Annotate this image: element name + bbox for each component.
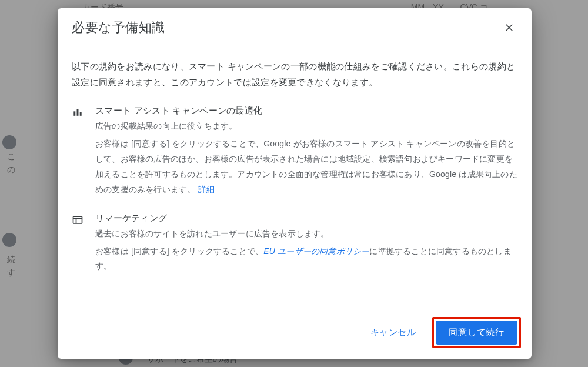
highlight-frame: 同意して続行 [432,317,521,348]
svg-rect-4 [80,112,82,116]
modal-header: 必要な予備知識 [58,8,532,45]
cancel-button[interactable]: キャンセル [362,321,425,344]
web-icon [72,213,85,275]
close-button[interactable] [501,19,517,36]
section-body: お客様は [同意する] をクリックすることで、EU ユーザーの同意ポリシーに準拠… [95,244,517,275]
modal-footer: キャンセル 同意して続行 [58,309,532,359]
section-body: お客様は [同意する] をクリックすることで、Google がお客様のスマート … [95,136,517,198]
learn-more-link[interactable]: 詳細 [198,185,215,194]
consent-modal: 必要な予備知識 以下の規約をお読みになり、スマート キャンペーンの一部の機能の仕… [58,8,532,359]
modal-title: 必要な予備知識 [72,19,165,36]
eu-policy-link[interactable]: EU ユーザーの同意ポリシー [263,246,369,256]
svg-rect-2 [74,111,75,116]
bg-text: 続す [7,253,15,279]
bg-text: この [7,150,15,176]
section-title: リマーケティング [95,213,517,224]
svg-rect-3 [77,109,79,116]
bg-dot [2,233,16,247]
section-subtitle: 広告の掲載結果の向上に役立ちます。 [95,121,517,132]
intro-text: 以下の規約をお読みになり、スマート キャンペーンの一部の機能の仕組みをご確認くだ… [72,58,517,90]
bg-dot [2,135,16,149]
section-optimization: スマート アシスト キャンペーンの最適化 広告の掲載結果の向上に役立ちます。 お… [72,105,517,198]
section-remarketing: リマーケティング 過去にお客様のサイトを訪れたユーザーに広告を表示します。 お客… [72,213,517,275]
bar-chart-icon [72,105,85,198]
agree-continue-button[interactable]: 同意して続行 [436,321,517,345]
svg-rect-5 [74,216,82,223]
close-icon [504,22,514,33]
modal-body: 以下の規約をお読みになり、スマート キャンペーンの一部の機能の仕組みをご確認くだ… [58,45,532,309]
section-title: スマート アシスト キャンペーンの最適化 [95,105,517,116]
section-subtitle: 過去にお客様のサイトを訪れたユーザーに広告を表示します。 [95,229,517,239]
